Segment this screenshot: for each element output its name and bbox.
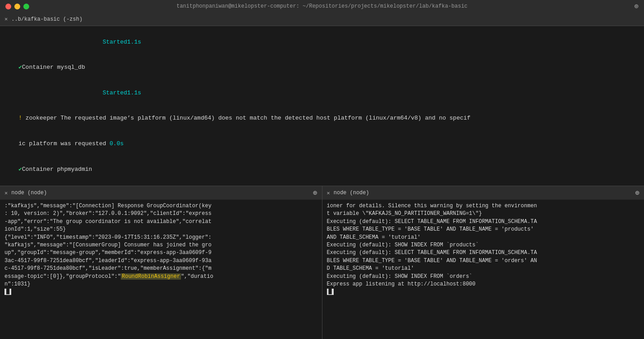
left-panel-content: :"kafkajs","message":"[Connection] Respo… xyxy=(0,200,322,339)
close-button[interactable] xyxy=(5,4,11,9)
right-line-8: BLES WHERE TABLE_TYPE = 'BASE TABLE' AND… xyxy=(327,257,640,265)
right-panel-controls: ⊕ xyxy=(635,188,640,197)
started-line-1: Started1.1s xyxy=(4,30,640,55)
right-line-6: Executing (default): SHOW INDEX FROM `pr… xyxy=(327,241,640,249)
right-cursor-line: █ xyxy=(327,288,640,296)
right-panel-close-icon[interactable]: ✕ xyxy=(327,190,330,196)
left-panel-controls: ⊕ xyxy=(313,188,318,197)
main-terminal: Started1.1s ✔Container mysql_db Started1… xyxy=(0,26,644,186)
right-line-9: D TABLE_SCHEMA = 'tutorial' xyxy=(327,265,640,272)
left-line-5: {"level":"INFO","timestamp":"2023-09-17T… xyxy=(4,234,318,241)
right-panel-tab-left: ✕ node (node) xyxy=(327,190,369,196)
left-panel-tab-bar: ✕ node (node) ⊕ xyxy=(0,186,322,200)
tab-close-icon[interactable]: ✕ xyxy=(4,16,8,22)
right-cursor: █ xyxy=(327,289,334,295)
warning-zookeeper: ! zookeeper The requested image’s platfo… xyxy=(4,106,640,132)
left-line-6: "kafkajs","message":"[ConsumerGroup] Con… xyxy=(4,241,318,249)
right-line-10: Executing (default): SHOW INDEX FROM `or… xyxy=(327,273,640,281)
right-line-4: BLES WHERE TABLE_TYPE = 'BASE TABLE' AND… xyxy=(327,226,640,233)
left-panel-close-icon[interactable]: ✕ xyxy=(4,190,8,196)
left-cursor: █ xyxy=(4,289,11,295)
blank-line-1 xyxy=(4,182,640,186)
warning-zookeeper-cont: ic platform was requested 0.0s xyxy=(4,131,640,157)
left-line-7: up","groupId":"message-group","memberId"… xyxy=(4,249,318,257)
right-panel-tab-bar: ✕ node (node) ⊕ xyxy=(322,186,644,200)
left-panel: ✕ node (node) ⊕ :"kafkajs","message":"[C… xyxy=(0,186,322,339)
maximize-button[interactable] xyxy=(23,4,29,9)
right-line-2: t variable \"KAFKAJS_NO_PARTITIONER_WARN… xyxy=(327,210,640,218)
traffic-lights xyxy=(5,4,29,9)
window-titlebar: tanitphonpaniwan@mikelopster-computer: ~… xyxy=(0,0,644,13)
container-phpmyadmin-1: ✔Container phpmyadmin xyxy=(4,157,640,183)
right-line-3: Executing (default): SELECT TABLE_NAME F… xyxy=(327,218,640,226)
left-line-1: :"kafkajs","message":"[Connection] Respo… xyxy=(4,202,318,210)
top-tab-bar: ✕ ..b/kafka-basic (-zsh) xyxy=(0,13,644,26)
container-mysql: ✔Container mysql_db xyxy=(4,55,640,81)
started-line-2: Started1.1s xyxy=(4,80,640,106)
right-line-5: AND TABLE_SCHEMA = 'tutorial' xyxy=(327,234,640,241)
bottom-panels: ✕ node (node) ⊕ :"kafkajs","message":"[C… xyxy=(0,186,644,339)
window-title: tanitphonpaniwan@mikelopster-computer: ~… xyxy=(176,3,468,9)
minimize-button[interactable] xyxy=(14,4,20,9)
highlighted-protocol: RoundRobinAssigner xyxy=(121,273,181,280)
left-line-10: essage-topic":[0]},"groupProtocol":"Roun… xyxy=(4,273,318,281)
left-panel-tab-label[interactable]: node (node) xyxy=(11,190,47,196)
left-line-12: █ xyxy=(4,288,318,296)
left-line-8: 3ac-4517-99f8-7251dea80bcf","leaderId":"… xyxy=(4,257,318,265)
right-line-1: ioner for details. Silence this warning … xyxy=(327,202,640,210)
left-line-3: -app","error":"The group coordinator is … xyxy=(4,218,318,226)
left-line-9: c-4517-99f8-7251dea80bcf","isLeader":tru… xyxy=(4,265,318,272)
left-line-2: : 10, version: 2)","broker":"127.0.0.1:9… xyxy=(4,210,318,218)
left-panel-tab-left: ✕ node (node) xyxy=(4,190,47,196)
right-line-7: Executing (default): SELECT TABLE_NAME F… xyxy=(327,249,640,257)
window-controls-right: ⊕ xyxy=(634,2,639,11)
right-panel-tab-label[interactable]: node (node) xyxy=(334,190,369,196)
left-line-11: n":1031} xyxy=(4,281,318,288)
left-line-4: ionId":1,"size":55} xyxy=(4,226,318,233)
right-panel-content: ioner for details. Silence this warning … xyxy=(322,200,644,339)
top-tab-label[interactable]: ..b/kafka-basic (-zsh) xyxy=(11,16,82,22)
right-panel: ✕ node (node) ⊕ ioner for details. Silen… xyxy=(322,186,644,339)
right-line-11: Express app listening at http://localhos… xyxy=(327,281,640,288)
